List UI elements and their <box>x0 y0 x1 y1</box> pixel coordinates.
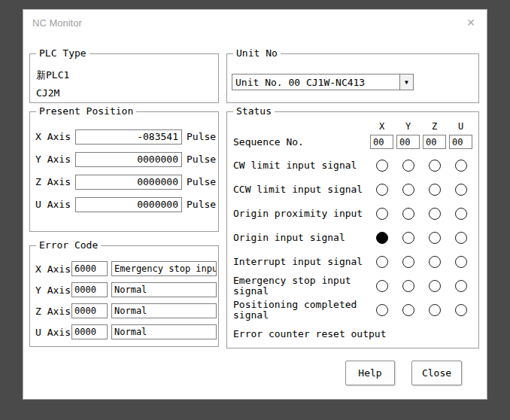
close-button[interactable]: Close <box>411 361 462 385</box>
signal-indicator-off-icon <box>429 160 441 172</box>
sequence-value-field: 00 <box>396 135 420 149</box>
error-code-row: Y Axis0000Normal <box>35 279 218 300</box>
chevron-down-icon[interactable]: ▼ <box>399 75 413 90</box>
sequence-cell: 00 <box>421 135 448 149</box>
status-signal-row: Origin input signal <box>233 226 474 250</box>
indicator-cell <box>448 304 474 316</box>
signal-indicator-off-icon <box>455 184 467 196</box>
signal-indicator-off-icon <box>402 160 414 172</box>
signal-indicator-off-icon <box>455 304 467 316</box>
unit-no-group-label: Unit No <box>233 47 281 59</box>
signal-indicators <box>369 256 474 268</box>
help-button[interactable]: Help <box>345 361 395 385</box>
title-bar: NC Monitor × <box>23 10 487 37</box>
axis-header-label: Z <box>421 121 448 132</box>
signal-indicator-off-icon <box>376 304 388 316</box>
error-code-rows: X Axis6000Emergency stop inpuY Axis0000N… <box>30 246 218 342</box>
pulse-unit-label: Pulse <box>187 154 216 165</box>
indicator-cell <box>395 232 421 244</box>
axis-label: U Axis <box>35 327 71 338</box>
indicator-cell <box>369 232 395 244</box>
signal-indicator-off-icon <box>429 232 441 244</box>
axis-label: X Axis <box>35 131 75 142</box>
signal-indicators <box>369 184 474 196</box>
pulse-unit-label: Pulse <box>187 176 216 187</box>
error-message-field: Normal <box>111 303 217 318</box>
present-position-group-label: Present Position <box>36 105 136 117</box>
sequence-cell: 00 <box>395 135 421 149</box>
indicator-cell <box>395 304 421 316</box>
indicator-cell <box>421 256 448 268</box>
axis-label: Z Axis <box>35 306 71 317</box>
signal-indicator-off-icon <box>402 256 414 268</box>
status-content: XYZU Sequence No. 00000000 CW limit inpu… <box>227 112 478 346</box>
axis-header-label: X <box>369 121 395 132</box>
indicator-cell <box>448 208 474 220</box>
close-icon[interactable]: × <box>463 14 479 31</box>
axis-label: Z Axis <box>35 176 75 187</box>
sequence-row: Sequence No. 00000000 <box>233 134 474 150</box>
indicator-cell <box>421 160 448 172</box>
error-code-row: U Axis0000Normal <box>35 321 218 342</box>
signal-label: Positioning completed signal <box>233 300 369 321</box>
signal-indicators <box>369 280 474 292</box>
signal-indicator-off-icon <box>429 208 441 220</box>
window-title: NC Monitor <box>32 17 82 29</box>
error-message-field: Normal <box>111 282 217 297</box>
indicator-cell <box>421 280 448 292</box>
position-value-field: 0000000 <box>75 152 182 167</box>
signal-indicator-off-icon <box>429 256 441 268</box>
signal-indicator-off-icon <box>455 160 467 172</box>
indicator-cell <box>421 184 448 196</box>
present-position-row: U Axis0000000Pulse <box>35 193 218 215</box>
axis-label: U Axis <box>35 199 75 210</box>
signal-label: CW limit input signal <box>233 160 369 171</box>
plc-model: CJ2M <box>36 84 218 102</box>
axis-header-label: Y <box>395 121 421 132</box>
status-group-label: Status <box>233 105 275 117</box>
signal-indicator-off-icon <box>455 256 467 268</box>
indicator-cell <box>369 208 395 220</box>
signal-indicator-on-icon <box>376 232 388 244</box>
unit-no-dropdown[interactable]: Unit No. 00 CJ1W-NC413 ▼ <box>232 74 414 90</box>
indicator-cell <box>369 304 395 316</box>
signal-indicator-off-icon <box>376 184 388 196</box>
axis-label: Y Axis <box>35 285 71 296</box>
signal-label: Error counter reset output <box>233 329 474 339</box>
signal-indicators <box>369 304 474 316</box>
signal-indicator-off-icon <box>429 304 441 316</box>
signal-indicator-off-icon <box>402 208 414 220</box>
signal-indicator-off-icon <box>402 232 414 244</box>
error-message-field: Emergency stop inpu <box>111 261 217 276</box>
signal-indicator-off-icon <box>455 280 467 292</box>
position-value-field: 0000000 <box>75 175 182 190</box>
indicator-cell <box>369 256 395 268</box>
axis-label: Y Axis <box>35 154 75 165</box>
indicator-cell <box>395 280 421 292</box>
indicator-cell <box>395 160 421 172</box>
plc-type-group: PLC Type 新PLC1 CJ2M <box>29 53 219 103</box>
indicator-cell <box>421 208 448 220</box>
sequence-value-field: 00 <box>449 135 472 149</box>
status-signal-row: Error counter reset output <box>233 322 474 346</box>
indicator-cell <box>369 184 395 196</box>
signal-indicator-off-icon <box>402 304 414 316</box>
indicator-cell <box>421 232 448 244</box>
present-position-group: Present Position X Axis-083541PulseY Axi… <box>29 111 219 232</box>
status-signal-row: Emergency stop input signal <box>233 274 474 298</box>
error-code-field: 0000 <box>71 282 108 297</box>
sequence-value-field: 00 <box>370 135 393 149</box>
signal-indicators <box>369 160 474 172</box>
error-code-group: Error Code X Axis6000Emergency stop inpu… <box>29 245 219 347</box>
position-value-field: -083541 <box>75 129 182 145</box>
indicator-cell <box>395 256 421 268</box>
signal-label: CCW limit input signal <box>233 184 369 195</box>
signal-indicator-off-icon <box>455 232 467 244</box>
signal-indicator-off-icon <box>376 208 388 220</box>
signal-indicator-off-icon <box>429 280 441 292</box>
error-code-field: 0000 <box>71 303 108 318</box>
plc-type-lines: 新PLC1 CJ2M <box>30 54 218 102</box>
indicator-cell <box>448 160 474 172</box>
status-axis-header-row: XYZU <box>233 121 474 132</box>
signal-indicator-off-icon <box>402 280 414 292</box>
